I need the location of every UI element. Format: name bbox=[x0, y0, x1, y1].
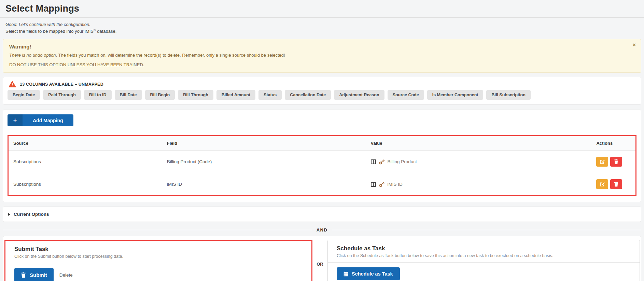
schedule-task-header: Schedule as Task Click on the Schedule a… bbox=[328, 240, 640, 262]
add-mapping-button[interactable]: + Add Mapping bbox=[8, 114, 73, 126]
warning-trained-line: DO NOT USE THIS OPTION UNLESS YOU HAVE B… bbox=[9, 62, 635, 67]
column-chip[interactable]: Bill Subscription bbox=[486, 90, 530, 100]
col-header-actions: Actions bbox=[591, 136, 635, 151]
submit-task-panel: Submit Task Click on the Submit button b… bbox=[4, 240, 312, 281]
field-cell: Billing Product (Code) bbox=[162, 151, 366, 173]
unmapped-columns-panel: 13 COLUMNS AVAILABLE – UNMAPPED Begin Da… bbox=[3, 77, 641, 104]
column-chip[interactable]: Source Code bbox=[388, 90, 424, 100]
warning-title: Warning! bbox=[9, 44, 635, 50]
schedule-as-task-button[interactable]: Schedule as Task bbox=[337, 267, 400, 280]
value-cell: Billing Product bbox=[366, 151, 592, 173]
add-mapping-label: Add Mapping bbox=[23, 118, 73, 123]
edit-mapping-button[interactable] bbox=[596, 157, 608, 167]
divider-line bbox=[3, 230, 312, 230]
actions-cell bbox=[591, 173, 635, 196]
field-cell: iMIS ID bbox=[162, 173, 366, 196]
intro-line-1: Good. Let's continue with the configurat… bbox=[5, 22, 639, 27]
and-divider-label: AND bbox=[317, 227, 328, 233]
schedule-task-title: Schedule as Task bbox=[337, 245, 631, 252]
delete-action-label: Delete bbox=[59, 272, 73, 278]
submit-task-header: Submit Task Click on the Submit button b… bbox=[5, 241, 311, 263]
key-icon bbox=[379, 182, 384, 187]
intro-line-2: Select the fields to be mapped into your… bbox=[5, 27, 639, 34]
task-actions-section: Submit Task Click on the Submit button b… bbox=[3, 236, 641, 281]
mappings-table-highlight-box: Source Field Value Actions Subscriptions… bbox=[8, 135, 636, 196]
page-title: Select Mappings bbox=[5, 3, 641, 14]
table-row: Subscriptions Billing Product (Code) bbox=[9, 151, 635, 173]
schedule-task-panel: Schedule as Task Click on the Schedule a… bbox=[327, 240, 640, 281]
unmapped-column-chips: Begin Date Paid Through Bill to ID Bill … bbox=[8, 90, 636, 100]
submit-button-label: Submit bbox=[30, 272, 47, 278]
actions-cell bbox=[591, 151, 635, 173]
warning-message: There is no undo option. The fields you … bbox=[9, 53, 635, 58]
columns-available-heading: 13 COLUMNS AVAILABLE – UNMAPPED bbox=[20, 82, 103, 87]
divider-line bbox=[320, 240, 320, 259]
trash-icon bbox=[21, 272, 26, 278]
trash-icon bbox=[614, 182, 618, 187]
col-header-value: Value bbox=[366, 136, 592, 151]
and-divider: AND bbox=[3, 227, 641, 233]
value-cell: iMIS ID bbox=[366, 173, 592, 196]
submit-button[interactable]: Submit bbox=[14, 268, 54, 281]
schedule-task-subtitle: Click on the Schedule as Task button bel… bbox=[337, 253, 631, 258]
column-chip[interactable]: Bill Through bbox=[178, 90, 213, 100]
source-cell: Subscriptions bbox=[9, 151, 162, 173]
current-options-label: Current Options bbox=[14, 212, 49, 217]
column-chip[interactable]: Bill to ID bbox=[84, 90, 112, 100]
value-label: iMIS ID bbox=[388, 182, 403, 187]
schedule-button-label: Schedule as Task bbox=[352, 271, 393, 277]
col-header-source: Source bbox=[9, 136, 162, 151]
col-header-field: Field bbox=[162, 136, 366, 151]
column-chip[interactable]: Adjustment Reason bbox=[334, 90, 384, 100]
submit-task-subtitle: Click on the Submit button below to star… bbox=[14, 254, 303, 259]
mappings-table: Source Field Value Actions Subscriptions… bbox=[9, 136, 635, 195]
key-icon bbox=[379, 159, 384, 165]
warning-alert: Warning! There is no undo option. The fi… bbox=[3, 39, 641, 73]
delete-mapping-button[interactable] bbox=[610, 179, 622, 189]
value-label: Billing Product bbox=[388, 159, 417, 164]
or-divider-label: OR bbox=[317, 262, 323, 267]
table-header-row: Source Field Value Actions bbox=[9, 136, 635, 151]
divider-line bbox=[320, 269, 320, 281]
submit-task-title: Submit Task bbox=[14, 246, 303, 252]
column-chip[interactable]: Billed Amount bbox=[216, 90, 255, 100]
plus-icon: + bbox=[8, 114, 23, 126]
close-icon[interactable]: × bbox=[633, 42, 636, 48]
trash-icon bbox=[614, 159, 618, 164]
unmapped-columns-header: 13 COLUMNS AVAILABLE – UNMAPPED bbox=[8, 81, 636, 87]
delete-mapping-button[interactable] bbox=[610, 157, 622, 167]
warning-triangle-icon bbox=[9, 81, 16, 87]
calendar-icon bbox=[344, 271, 348, 277]
schedule-task-body: Schedule as Task bbox=[328, 262, 640, 281]
or-divider: OR bbox=[312, 240, 327, 281]
submit-task-body: Submit Delete bbox=[5, 263, 311, 281]
column-chip[interactable]: Bill Date bbox=[115, 90, 142, 100]
column-chip[interactable]: Status bbox=[258, 90, 282, 100]
column-chip[interactable]: Bill Begin bbox=[145, 90, 175, 100]
column-chip[interactable]: Is Member Component bbox=[427, 90, 484, 100]
mappings-panel: + Add Mapping Source Field Value Actions… bbox=[3, 110, 641, 202]
column-chip[interactable]: Paid Through bbox=[43, 90, 81, 100]
table-row: Subscriptions iMIS ID bbox=[9, 173, 635, 196]
columns-icon bbox=[371, 159, 376, 164]
page: Select Mappings Good. Let's continue wit… bbox=[0, 0, 644, 281]
edit-icon bbox=[600, 159, 605, 164]
edit-icon bbox=[600, 182, 605, 187]
column-chip[interactable]: Begin Date bbox=[8, 90, 40, 100]
current-options-toggle[interactable]: Current Options bbox=[3, 207, 641, 222]
columns-icon bbox=[371, 182, 376, 187]
source-cell: Subscriptions bbox=[9, 173, 162, 196]
registered-mark: ® bbox=[94, 28, 96, 32]
intro-text: Good. Let's continue with the configurat… bbox=[5, 22, 639, 34]
caret-right-icon bbox=[8, 213, 10, 216]
title-divider bbox=[0, 17, 644, 18]
column-chip[interactable]: Cancellation Date bbox=[285, 90, 331, 100]
divider-line bbox=[332, 230, 641, 230]
edit-mapping-button[interactable] bbox=[596, 179, 608, 189]
